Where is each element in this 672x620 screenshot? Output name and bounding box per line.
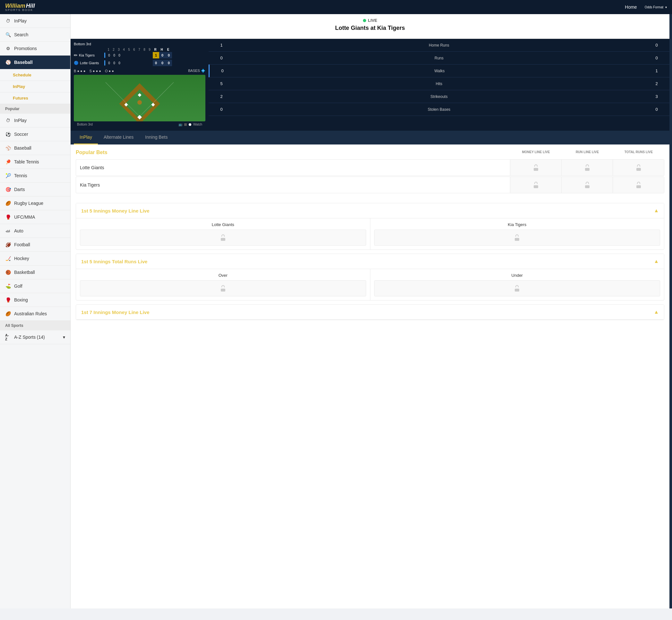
sidebar-item-search[interactable]: 🔍 Search — [0, 28, 70, 42]
sidebar-item-hockey[interactable]: 🏒 Hockey — [0, 252, 70, 265]
chevron-up-icon-3: ▲ — [654, 309, 659, 315]
lotte-inn-7 — [137, 60, 143, 65]
odds-format-button[interactable]: Odds Format ▾ — [645, 5, 667, 9]
darts-icon: 🎯 — [5, 187, 11, 192]
basketball-icon: 🏀 — [5, 269, 11, 275]
lotte-inn-5 — [127, 60, 132, 65]
tv-icon: 📺 — [178, 123, 182, 126]
sidebar-baseball-pop-label: Baseball — [14, 146, 32, 151]
lock-icon-kia-rl — [584, 182, 590, 188]
tab-inplay[interactable]: InPlay — [74, 131, 98, 145]
sidebar-sub-futures[interactable]: Futures — [0, 93, 70, 104]
runs-label: Runs — [234, 52, 644, 64]
sidebar-item-rugby-league[interactable]: 🏉 Rugby League — [0, 197, 70, 210]
section-1st5innings-ml-header[interactable]: 1st 5 Innings Money Line Live ▲ — [76, 203, 664, 218]
status-bar: Bottom 3rd 📺 Watch — [74, 121, 205, 127]
table-tennis-icon: 🏓 — [5, 159, 11, 165]
sidebar-item-table-tennis[interactable]: 🏓 Table Tennis — [0, 155, 70, 169]
home-nav-item[interactable]: Home — [625, 4, 637, 10]
kia-run-line-cell[interactable] — [561, 177, 613, 193]
kia-5inn-ml-cell[interactable] — [374, 229, 661, 246]
sidebar-item-boxing[interactable]: 🥊 Boxing — [0, 293, 70, 307]
live-indicator-dot — [363, 19, 366, 22]
logo: William Hill SPORTS BOOK — [5, 3, 35, 11]
tab-inning-bets[interactable]: Inning Bets — [139, 131, 173, 145]
kia-5inn-ml-item: Kia Tigers — [370, 218, 664, 250]
lock-icon-lotte-ml — [533, 164, 539, 171]
sidebar-item-auto[interactable]: 🏎 Auto — [0, 224, 70, 238]
home-runs-home: 1 — [209, 39, 234, 51]
col-run-line: RUN LINE LIVE — [562, 150, 613, 154]
section-1st7innings-ml-header[interactable]: 1st 7 Innings Money Line Live ▲ — [76, 305, 664, 320]
sidebar-item-soccer[interactable]: ⚽ Soccer — [0, 127, 70, 141]
watch-button[interactable]: Watch — [193, 123, 202, 126]
inning-col-1: 1 — [106, 48, 111, 51]
over-5inn-tr-item: Over — [76, 269, 370, 300]
inning-col-9: 9 — [147, 48, 152, 51]
under-5inn-label: Under — [511, 273, 523, 278]
sidebar-item-tennis[interactable]: 🎾 Tennis — [0, 169, 70, 183]
lotte-5inn-ml-item: Lotte Giants — [76, 218, 370, 250]
kia-inn-2: 0 — [112, 53, 117, 58]
lotte-run-line-cell[interactable] — [561, 160, 613, 175]
over-5inn-tr-cell[interactable] — [80, 280, 366, 296]
sidebar-table-tennis-label: Table Tennis — [14, 159, 39, 164]
rhe-col-r: R — [152, 48, 159, 51]
lotte-5inn-ml-cell[interactable] — [80, 229, 366, 246]
sidebar-tennis-label: Tennis — [14, 173, 27, 178]
lotte-total-runs-cell[interactable] — [613, 160, 664, 175]
under-5inn-tr-cell[interactable] — [374, 280, 661, 296]
section-1st5innings-tr-header[interactable]: 1st 5 Innings Total Runs Live ▲ — [76, 254, 664, 269]
sidebar-item-golf[interactable]: ⛳ Golf — [0, 279, 70, 293]
baseball-visualization: Bottom 3rd 1 2 3 4 5 6 7 8 9 R H E — [71, 39, 209, 131]
sidebar-boxing-label: Boxing — [14, 297, 28, 303]
sidebar-sub-schedule[interactable]: Schedule — [0, 69, 70, 81]
kia-money-line-cell[interactable] — [510, 177, 561, 193]
lotte-money-line-cell[interactable] — [510, 160, 561, 175]
sidebar-item-baseball-label: Baseball — [14, 60, 33, 65]
baseball-active-icon: ⚾ — [5, 59, 11, 65]
under-5inn-tr-item: Under — [370, 269, 664, 300]
sidebar-item-australian-rules[interactable]: 🏉 Australian Rules — [0, 307, 70, 321]
sidebar-item-inplay-popular[interactable]: ⏱ InPlay — [0, 114, 70, 127]
lock-icon-lotte-rl — [584, 164, 590, 171]
aussie-icon: 🏉 — [5, 311, 11, 317]
soccer-icon: ⚽ — [5, 131, 11, 137]
baseball-field — [74, 75, 205, 121]
sidebar-item-inplay[interactable]: ⏱ InPlay — [0, 14, 70, 28]
stolen-away: 0 — [644, 103, 669, 116]
strikes-label: S ● ● ● — [89, 69, 101, 73]
sidebar-hockey-label: Hockey — [14, 256, 29, 261]
sidebar-item-basketball[interactable]: 🏀 Basketball — [0, 265, 70, 279]
stolen-label: Stolen Bases — [234, 103, 644, 116]
stolen-home: 0 — [209, 103, 234, 116]
popular-bets-section: Popular Bets MONEY LINE LIVE RUN LINE LI… — [71, 145, 669, 199]
hockey-icon: 🏒 — [5, 256, 11, 261]
sidebar-item-darts[interactable]: 🎯 Darts — [0, 183, 70, 197]
kia-total-runs-cell[interactable] — [613, 177, 664, 193]
kia-inn-7 — [137, 53, 143, 58]
football-icon: 🏈 — [5, 242, 11, 248]
sidebar-item-football[interactable]: 🏈 Football — [0, 238, 70, 252]
rugby-icon: 🏉 — [5, 200, 11, 206]
sidebar-item-az-sports[interactable]: A-Z A-Z Sports (14) ▾ — [0, 330, 70, 344]
sidebar-item-baseball[interactable]: ⚾ Baseball — [0, 56, 70, 69]
inning-col-3: 3 — [116, 48, 121, 51]
sidebar-auto-label: Auto — [14, 228, 23, 234]
lock-icon-kia-ml — [533, 182, 539, 188]
sidebar-item-baseball-pop[interactable]: ⚾ Baseball — [0, 141, 70, 155]
team-lotte-name: 🔵 Lotte Giants — [74, 61, 104, 65]
sidebar-item-promotions[interactable]: ⚙ Promotions — [0, 42, 70, 56]
sidebar-item-ufc[interactable]: 🥊 UFC/MMA — [0, 210, 70, 224]
section-1st5innings-tr-body: Over Under — [76, 269, 664, 300]
stats-row-stolen-bases: 0 Stolen Bases 0 — [209, 103, 669, 116]
rhe-col-e: E — [165, 48, 171, 51]
sidebar-basketball-label: Basketball — [14, 270, 35, 275]
right-scrollbar[interactable] — [669, 14, 672, 609]
hits-home: 5 — [209, 78, 234, 90]
stats-row-walks: 0 Walks 1 — [209, 64, 669, 78]
chevron-up-icon-2: ▲ — [654, 258, 659, 264]
tab-alternate-lines[interactable]: Alternate Lines — [98, 131, 139, 145]
section-1st5innings-ml-body: Lotte Giants Kia Tigers — [76, 218, 664, 250]
sidebar-sub-inplay[interactable]: InPlay — [0, 81, 70, 93]
